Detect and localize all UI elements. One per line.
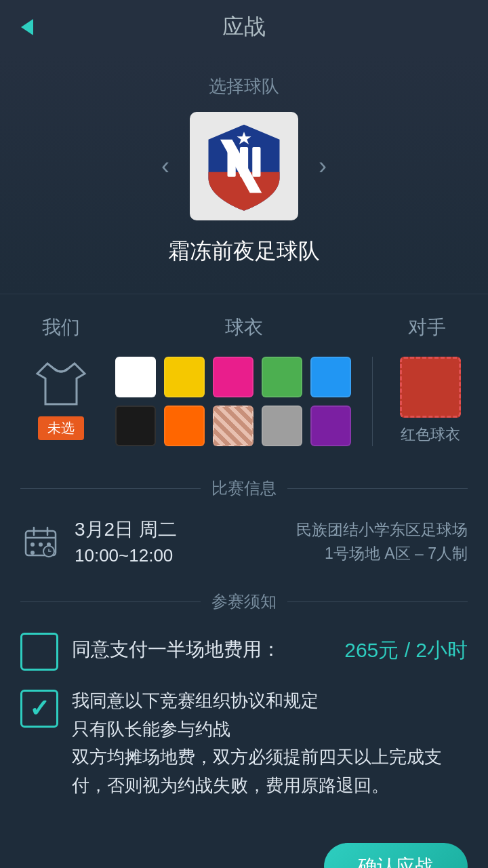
page-title: 应战 — [222, 12, 266, 42]
team-carousel: ‹ › — [14, 112, 474, 220]
match-time: 10:00~12:00 — [75, 545, 177, 566]
color-black[interactable] — [115, 406, 156, 446]
team-section-label: 选择球队 — [14, 75, 474, 98]
jersey-section: 我们 球衣 对手 未选 — [0, 294, 488, 467]
fee-amount: 265元 / 2小时 — [344, 630, 468, 665]
checkmark-icon: ✓ — [29, 694, 49, 723]
match-info-divider: 比赛信息 — [0, 467, 488, 510]
agreement-text-content: 我同意以下竞赛组织协议和规定只有队长能参与约战双方均摊场地费，双方必须提前四天以… — [72, 690, 442, 795]
team-logo-svg — [197, 119, 291, 214]
jersey-label: 球衣 — [102, 315, 386, 340]
color-grid — [115, 357, 352, 446]
prev-team-button[interactable]: ‹ — [155, 145, 176, 187]
fee-checkbox[interactable] — [20, 633, 58, 671]
fee-row: 同意支付一半场地费用： 265元 / 2小时 — [20, 630, 468, 671]
our-label: 我们 — [20, 315, 102, 340]
svg-point-13 — [30, 551, 35, 555]
color-yellow[interactable] — [164, 357, 205, 397]
jersey-icon-svg — [30, 357, 92, 411]
color-white[interactable] — [115, 357, 156, 397]
confirm-button[interactable]: 确认应战 — [324, 843, 468, 868]
confirm-button-area: 确认应战 — [0, 829, 488, 868]
opponent-jersey-label: 红色球衣 — [401, 425, 460, 445]
next-team-button[interactable]: › — [312, 145, 333, 187]
color-striped[interactable] — [213, 406, 253, 446]
divider-line-left — [20, 488, 201, 489]
agreement-text: 我同意以下竞赛组织协议和规定只有队长能参与约战双方均摊场地费，双方必须提前四天以… — [72, 687, 468, 800]
opponent-color-swatch[interactable] — [400, 357, 461, 418]
header: 应战 — [0, 0, 488, 54]
notice-divider-line-right — [287, 601, 468, 602]
color-orange[interactable] — [164, 406, 205, 446]
color-green[interactable] — [262, 357, 302, 397]
match-venue: 民族团结小学东区足球场 1号场地 A区 – 7人制 — [296, 518, 468, 565]
match-venue-line1: 民族团结小学东区足球场 — [296, 518, 468, 542]
match-date-col: 3月2日 周二 10:00~12:00 — [75, 517, 177, 566]
svg-point-11 — [39, 542, 43, 547]
back-button[interactable] — [14, 14, 41, 41]
color-blue[interactable] — [310, 357, 351, 397]
team-logo — [190, 112, 298, 220]
team-name: 霜冻前夜足球队 — [14, 237, 474, 267]
color-pink[interactable] — [213, 357, 253, 397]
back-chevron-icon — [21, 19, 33, 35]
color-purple[interactable] — [310, 406, 351, 446]
match-info-section: 3月2日 周二 10:00~12:00 民族团结小学东区足球场 1号场地 A区 … — [0, 510, 488, 580]
agreement-checkbox[interactable]: ✓ — [20, 690, 58, 728]
jersey-grid: 未选 红色球衣 — [20, 357, 468, 446]
match-venue-line2: 1号场地 A区 – 7人制 — [296, 542, 468, 566]
notice-divider: 参赛须知 — [0, 580, 488, 623]
notice-divider-line-left — [20, 601, 201, 602]
svg-point-10 — [30, 542, 35, 547]
opponent-jersey: 红色球衣 — [393, 357, 468, 445]
match-info-section-label: 比赛信息 — [211, 477, 277, 499]
fee-label: 同意支付一半场地费用： — [72, 630, 331, 663]
vertical-divider — [372, 357, 373, 446]
divider-line-right — [287, 488, 468, 489]
match-info-row: 3月2日 周二 10:00~12:00 民族团结小学东区足球场 1号场地 A区 … — [20, 517, 468, 566]
color-row-1 — [115, 357, 352, 397]
notice-section-label: 参赛须知 — [211, 591, 277, 612]
not-selected-badge: 未选 — [38, 416, 84, 440]
calendar-icon-svg — [23, 524, 58, 559]
notice-section: 同意支付一半场地费用： 265元 / 2小时 ✓ 我同意以下竞赛组织协议和规定只… — [0, 623, 488, 829]
jersey-header: 我们 球衣 对手 — [20, 315, 468, 340]
agreement-row: ✓ 我同意以下竞赛组织协议和规定只有队长能参与约战双方均摊场地费，双方必须提前四… — [20, 687, 468, 800]
svg-rect-5 — [203, 119, 286, 214]
team-selection-section: 选择球队 ‹ › — [0, 54, 488, 294]
calendar-icon — [20, 521, 61, 562]
color-gray[interactable] — [262, 406, 302, 446]
color-row-2 — [115, 406, 352, 446]
match-date: 3月2日 周二 — [75, 517, 177, 542]
opponent-label: 对手 — [386, 315, 468, 340]
my-jersey: 未选 — [20, 357, 102, 440]
